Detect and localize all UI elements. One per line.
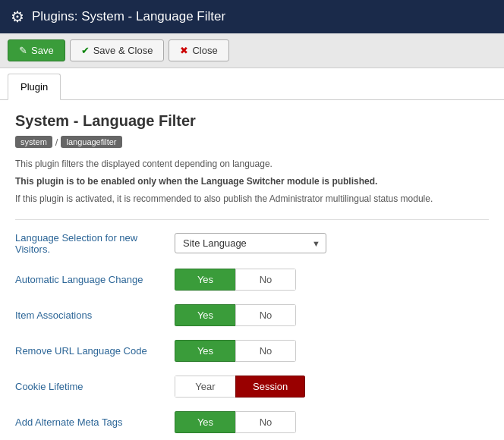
save-icon: ✎ (19, 45, 27, 56)
item-associations-row: Item Associations Yes No (15, 304, 489, 329)
auto-language-change-control: Yes No (175, 269, 296, 291)
remove-url-lang-no[interactable]: No (235, 340, 296, 362)
content-area: System - Language Filter system / langua… (0, 100, 504, 440)
save-close-button[interactable]: ✔ Save & Close (70, 39, 165, 61)
remove-url-lang-yes[interactable]: Yes (175, 340, 235, 362)
cookie-lifetime-session[interactable]: Session (235, 376, 305, 398)
close-icon: ✖ (180, 45, 188, 56)
save-button[interactable]: ✎ Save (8, 39, 65, 61)
auto-language-change-row: Automatic Language Change Yes No (15, 269, 489, 294)
checkmark-icon: ✔ (81, 45, 90, 56)
cookie-lifetime-row: Cookie Lifetime Year Session (15, 376, 489, 401)
auto-language-change-no[interactable]: No (235, 269, 296, 291)
tag-system: system (15, 136, 52, 148)
cookie-lifetime-year[interactable]: Year (175, 376, 235, 398)
remove-url-lang-row: Remove URL Language Code Yes No (15, 340, 489, 365)
cookie-lifetime-toggle: Year Session (175, 376, 305, 398)
plugin-icon: ⚙ (11, 8, 24, 26)
divider (15, 219, 489, 220)
add-alternate-meta-tags-label: Add Alternate Meta Tags (15, 416, 175, 428)
language-selection-wrapper: Site Language Browser Language User Lang… (175, 233, 326, 253)
tab-plugin[interactable]: Plugin (8, 74, 61, 100)
add-alternate-meta-tags-yes[interactable]: Yes (175, 411, 235, 433)
add-alternate-meta-tags-toggle: Yes No (175, 411, 296, 433)
add-alternate-meta-tags-row: Add Alternate Meta Tags Yes No (15, 411, 489, 436)
auto-language-change-label: Automatic Language Change (15, 274, 175, 285)
language-selection-row: Language Selection for new Visitors. Sit… (15, 232, 489, 258)
close-button[interactable]: ✖ Close (169, 39, 228, 61)
description-line3: If this plugin is activated, it is recom… (15, 192, 489, 206)
plugin-title: System - Language Filter (15, 112, 489, 130)
language-selection-control: Site Language Browser Language User Lang… (175, 233, 326, 253)
description-line1: This plugin filters the displayed conten… (15, 157, 489, 171)
tab-bar: Plugin (0, 68, 504, 100)
add-alternate-meta-tags-no[interactable]: No (235, 411, 296, 433)
tag-languagefilter: languagefilter (61, 136, 121, 148)
tags-container: system / languagefilter (15, 136, 489, 148)
cookie-lifetime-label: Cookie Lifetime (15, 381, 175, 392)
item-associations-yes[interactable]: Yes (175, 304, 235, 326)
auto-language-change-yes[interactable]: Yes (175, 269, 235, 291)
language-selection-select[interactable]: Site Language Browser Language User Lang… (175, 233, 326, 253)
page-header: ⚙ Plugins: System - Language Filter (0, 0, 504, 33)
item-associations-label: Item Associations (15, 310, 175, 321)
tag-separator: / (55, 137, 58, 148)
page-title: Plugins: System - Language Filter (32, 9, 225, 24)
cookie-lifetime-control: Year Session (175, 376, 305, 398)
language-selection-label: Language Selection for new Visitors. (15, 232, 175, 255)
item-associations-control: Yes No (175, 304, 296, 326)
remove-url-lang-control: Yes No (175, 340, 296, 362)
item-associations-toggle: Yes No (175, 304, 296, 326)
remove-url-lang-label: Remove URL Language Code (15, 345, 175, 357)
toolbar: ✎ Save ✔ Save & Close ✖ Close (0, 33, 504, 68)
auto-language-change-toggle: Yes No (175, 269, 296, 291)
remove-url-lang-toggle: Yes No (175, 340, 296, 362)
description-line2: This plugin is to be enabled only when t… (15, 174, 489, 189)
item-associations-no[interactable]: No (235, 304, 296, 326)
add-alternate-meta-tags-control: Yes No (175, 411, 296, 433)
